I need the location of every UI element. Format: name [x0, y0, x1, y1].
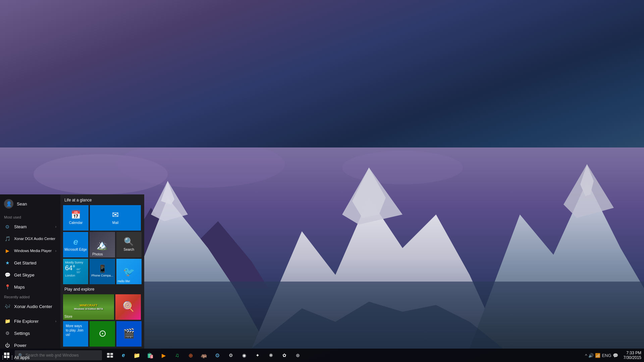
all-apps-arrow: › — [55, 356, 56, 359]
taskbar-icon-3[interactable]: ✦ — [251, 349, 264, 362]
taskbar-icon-4[interactable]: ❋ — [264, 349, 278, 362]
taskbar-icon-1[interactable]: ⚙ — [224, 349, 237, 362]
chevron-up-icon[interactable]: ^ — [585, 353, 587, 358]
menu-item-steam[interactable]: ⊙ Steam › — [0, 221, 60, 233]
more-ways-text: More ways to play. Join us! — [66, 324, 86, 337]
menu-item-settings[interactable]: ⚙ Settings — [0, 327, 60, 339]
settings-label: Settings — [14, 331, 30, 336]
taskbar-origin[interactable]: ⊕ — [184, 349, 197, 362]
maps-icon: 📍 — [4, 284, 11, 290]
task-view-icon — [107, 353, 113, 358]
svg-rect-22 — [107, 356, 110, 358]
xonar-audio-icon: 🎶 — [4, 303, 11, 310]
taskbar-icon-2[interactable]: ◉ — [237, 349, 251, 362]
calendar-tile[interactable]: 📅 Calendar — [63, 205, 89, 231]
get-skype-label: Get Skype — [14, 273, 35, 278]
menu-item-xonar-dgx[interactable]: 🎵 Xonar DGX Audio Center — [0, 233, 60, 245]
search-tile-label: Search — [123, 248, 134, 251]
candy-crush-tile[interactable]: 🍭 — [115, 294, 141, 320]
xbox-music-tile[interactable]: ⊙ — [90, 321, 115, 347]
volume-icon[interactable]: 🔊 — [588, 353, 594, 358]
tiles-row-2: e Microsoft Edge 🏔️ Photos 🔍 Search — [63, 232, 142, 257]
taskbar-file-explorer[interactable]: 📁 — [130, 349, 144, 362]
svg-point-3 — [342, 151, 463, 184]
taskbar-filehippo[interactable]: 🦛 — [197, 349, 211, 362]
menu-item-get-skype[interactable]: 💬 Get Skype — [0, 269, 60, 281]
taskbar-time: 7:33 PM — [626, 351, 641, 355]
life-at-a-glance-title: Life at a glance — [63, 198, 142, 202]
menu-item-file-explorer[interactable]: 📁 File Explorer › — [0, 315, 60, 327]
xonar-dgx-label: Xonar DGX Audio Center — [14, 237, 55, 241]
user-name: Sean — [17, 201, 27, 206]
weather-city: London — [65, 274, 75, 277]
all-apps-label: All apps — [14, 355, 30, 360]
taskbar-clock[interactable]: 7:33 PM 7/30/2015 — [621, 351, 644, 360]
phone-tile-label: Phone Compa... — [92, 274, 113, 277]
menu-item-xonar-audio[interactable]: 🎶 Xonar Audio Center — [0, 300, 60, 312]
taskbar-icon-6[interactable]: ⊛ — [291, 349, 305, 362]
photos-tile[interactable]: 🏔️ Photos — [90, 232, 115, 257]
taskbar-steam[interactable]: ⚙ — [211, 349, 224, 362]
weather-condition: Mostly Sunny — [65, 261, 83, 264]
get-started-icon: ★ — [4, 259, 11, 266]
twitter-tile[interactable]: 🐦 Hello life! — [116, 259, 142, 284]
recently-added-label: Recently added — [0, 293, 60, 300]
taskbar-right: ^ 🔊 📶 ENG 💬 7:33 PM 7/30/2015 — [582, 349, 644, 362]
taskbar-store[interactable]: 🛍️ — [144, 349, 157, 362]
action-center-icon[interactable]: 💬 — [613, 353, 618, 358]
left-panel: 👤 Sean Most used ⊙ Steam › 🎵 Xonar DGX A… — [0, 194, 60, 349]
taskbar-spotify[interactable]: ♫ — [170, 349, 184, 362]
mail-tile[interactable]: ✉ Mail — [90, 205, 141, 231]
power-icon: ⏻ — [4, 342, 11, 349]
taskbar-edge[interactable]: e — [117, 349, 130, 362]
calendar-tile-label: Calendar — [69, 221, 83, 225]
mail-icon: ✉ — [112, 210, 119, 220]
skype-icon: 💬 — [4, 272, 11, 278]
play-and-explore-title: Play and explore — [63, 287, 142, 292]
photos-tile-label: Photos — [91, 252, 115, 256]
settings-icon: ⚙ — [4, 330, 11, 337]
taskbar-icon-5[interactable]: ✿ — [278, 349, 291, 362]
maps-label: Maps — [14, 285, 25, 290]
menu-item-windows-media-player[interactable]: ▶ Windows Media Player › — [0, 245, 60, 257]
get-started-label: Get Started — [14, 260, 36, 265]
file-explorer-icon: 📁 — [4, 318, 11, 324]
more-ways-tile[interactable]: More ways to play. Join us! — [63, 321, 88, 347]
taskbar-media-player[interactable]: ▶ — [157, 349, 170, 362]
menu-item-power[interactable]: ⏻ Power — [0, 339, 60, 351]
lang-label[interactable]: ENG — [602, 353, 611, 358]
movies-tile[interactable]: 🎬 — [116, 321, 142, 347]
file-explorer-label: File Explorer — [14, 319, 39, 324]
mail-tile-label: Mail — [112, 221, 118, 225]
user-profile[interactable]: 👤 Sean — [0, 194, 60, 213]
menu-item-maps[interactable]: 📍 Maps — [0, 281, 60, 293]
xonar-dgx-icon: 🎵 — [4, 235, 11, 242]
power-label: Power — [14, 343, 26, 348]
svg-rect-23 — [110, 356, 113, 358]
menu-item-all-apps[interactable]: ⋮⋮⋮ All apps › — [0, 351, 60, 362]
weather-hi: 66° — [76, 268, 80, 271]
tiles-row-1: 📅 Calendar ✉ Mail — [63, 205, 142, 231]
menu-item-get-started[interactable]: ★ Get Started — [0, 257, 60, 269]
minecraft-tile[interactable]: MINECRAFTWindows 10 Edition BETA Store — [63, 294, 114, 320]
task-view-button[interactable] — [103, 349, 117, 362]
xonar-audio-label: Xonar Audio Center — [14, 304, 52, 309]
tiles-row-4: MINECRAFTWindows 10 Edition BETA Store 🍭 — [63, 294, 142, 320]
phone-companion-tile[interactable]: 📱 Phone Compa... — [90, 259, 115, 284]
network-icon[interactable]: 📶 — [595, 353, 600, 358]
search-tile-icon: 🔍 — [124, 237, 134, 246]
taskbar-date: 7/30/2015 — [624, 355, 641, 360]
most-used-label: Most used — [0, 213, 60, 221]
weather-tile[interactable]: Mostly Sunny 64° 66° 55° London — [63, 259, 88, 284]
minecraft-store-label: Store — [64, 315, 72, 318]
calendar-icon: 📅 — [71, 210, 81, 220]
edge-tile-label: Microsoft Edge — [64, 248, 87, 251]
edge-tile[interactable]: e Microsoft Edge — [63, 232, 88, 257]
steam-icon: ⊙ — [4, 223, 11, 230]
svg-rect-21 — [110, 353, 113, 355]
search-tile[interactable]: 🔍 Search — [116, 232, 142, 257]
weather-lo: 55° — [76, 271, 80, 274]
all-apps-icon: ⋮⋮⋮ — [4, 354, 11, 361]
start-menu: 👤 Sean Most used ⊙ Steam › 🎵 Xonar DGX A… — [0, 194, 144, 349]
user-avatar: 👤 — [4, 199, 13, 208]
